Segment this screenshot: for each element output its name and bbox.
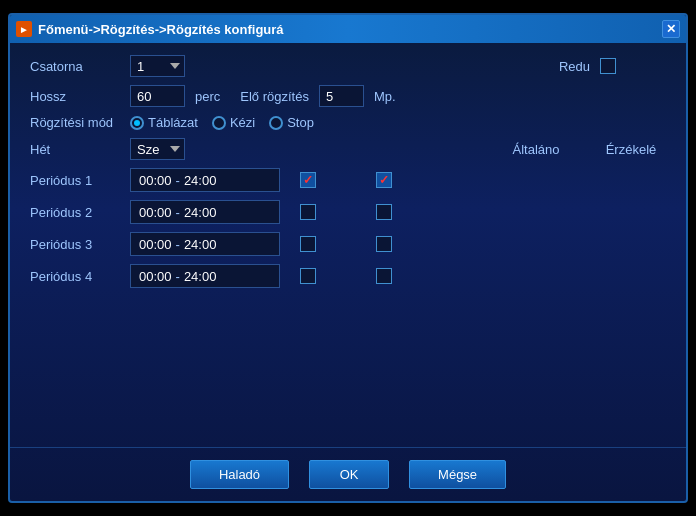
period-2-end: 24:00 [184, 205, 217, 220]
form-content: Csatorna 1 2 3 4 Redu Hossz perc Elő rög… [10, 43, 686, 447]
mp-label: Mp. [374, 89, 396, 104]
kezi-label: Kézi [230, 115, 255, 130]
tablazat-radio[interactable] [130, 116, 144, 130]
halado-button[interactable]: Haladó [190, 460, 289, 489]
period-1-sep: - [176, 173, 180, 188]
period-2-sep: - [176, 205, 180, 220]
period-2-checkboxes [300, 204, 392, 220]
period-2-erzekele-checkbox[interactable] [376, 204, 392, 220]
period-1-label: Periódus 1 [30, 173, 120, 188]
period-3-altalano-checkbox[interactable] [300, 236, 316, 252]
period-4-row: Periódus 4 00:00 - 24:00 [30, 264, 666, 288]
megse-button[interactable]: Mégse [409, 460, 506, 489]
hossz-input[interactable] [130, 85, 185, 107]
titlebar-left: ► Főmenü->Rögzítés->Rögzítés konfigurá [16, 21, 284, 37]
perc-label: perc [195, 89, 220, 104]
mod-radio-group: Táblázat Kézi Stop [130, 115, 314, 130]
redu-checkbox[interactable] [600, 58, 616, 74]
period-1-end: 24:00 [184, 173, 217, 188]
period-2-altalano-checkbox[interactable] [300, 204, 316, 220]
het-label: Hét [30, 142, 120, 157]
period-2-time-range: 00:00 - 24:00 [130, 200, 280, 224]
period-2-start: 00:00 [139, 205, 172, 220]
mod-tablazat-option[interactable]: Táblázat [130, 115, 198, 130]
period-3-time-range: 00:00 - 24:00 [130, 232, 280, 256]
mod-stop-option[interactable]: Stop [269, 115, 314, 130]
period-1-altalano-checkbox[interactable] [300, 172, 316, 188]
tablazat-label: Táblázat [148, 115, 198, 130]
rogzitesi-mod-label: Rögzítési mód [30, 115, 120, 130]
period-4-label: Periódus 4 [30, 269, 120, 284]
period-3-erzekele-checkbox[interactable] [376, 236, 392, 252]
erzekele-header: Érzékelé [596, 142, 666, 157]
period-1-erzekele-checkbox[interactable] [376, 172, 392, 188]
rogzitesi-mod-row: Rögzítési mód Táblázat Kézi Stop [30, 115, 666, 130]
csatorna-select[interactable]: 1 2 3 4 [130, 55, 185, 77]
window-icon: ► [16, 21, 32, 37]
period-4-erzekele-checkbox[interactable] [376, 268, 392, 284]
ok-button[interactable]: OK [309, 460, 389, 489]
period-2-row: Periódus 2 00:00 - 24:00 [30, 200, 666, 224]
period-4-start: 00:00 [139, 269, 172, 284]
altalano-header: Általáno [486, 142, 586, 157]
hossz-label: Hossz [30, 89, 120, 104]
het-row: Hét H K Sze Cs P Szo V Általáno Érzékelé [30, 138, 666, 160]
period-4-end: 24:00 [184, 269, 217, 284]
stop-radio[interactable] [269, 116, 283, 130]
titlebar: ► Főmenü->Rögzítés->Rögzítés konfigurá ✕ [10, 15, 686, 43]
hossz-row: Hossz perc Elő rögzítés Mp. [30, 85, 666, 107]
csatorna-label: Csatorna [30, 59, 120, 74]
het-select[interactable]: H K Sze Cs P Szo V [130, 138, 185, 160]
period-3-end: 24:00 [184, 237, 217, 252]
main-window: ► Főmenü->Rögzítés->Rögzítés konfigurá ✕… [8, 13, 688, 503]
kezi-radio[interactable] [212, 116, 226, 130]
period-4-sep: - [176, 269, 180, 284]
elo-rogzites-label: Elő rögzítés [240, 89, 309, 104]
period-4-checkboxes [300, 268, 392, 284]
period-4-altalano-checkbox[interactable] [300, 268, 316, 284]
elo-rogzites-input[interactable] [319, 85, 364, 107]
redu-label: Redu [559, 59, 590, 74]
period-1-row: Periódus 1 00:00 - 24:00 [30, 168, 666, 192]
window-title: Főmenü->Rögzítés->Rögzítés konfigurá [38, 22, 284, 37]
period-1-time-range: 00:00 - 24:00 [130, 168, 280, 192]
period-3-checkboxes [300, 236, 392, 252]
period-3-label: Periódus 3 [30, 237, 120, 252]
period-1-start: 00:00 [139, 173, 172, 188]
period-3-row: Periódus 3 00:00 - 24:00 [30, 232, 666, 256]
period-1-checkboxes [300, 172, 392, 188]
footer: Haladó OK Mégse [10, 447, 686, 501]
period-4-time-range: 00:00 - 24:00 [130, 264, 280, 288]
mod-kezi-option[interactable]: Kézi [212, 115, 255, 130]
csatorna-row: Csatorna 1 2 3 4 Redu [30, 55, 666, 77]
period-3-sep: - [176, 237, 180, 252]
period-3-start: 00:00 [139, 237, 172, 252]
stop-label: Stop [287, 115, 314, 130]
close-button[interactable]: ✕ [662, 20, 680, 38]
period-2-label: Periódus 2 [30, 205, 120, 220]
